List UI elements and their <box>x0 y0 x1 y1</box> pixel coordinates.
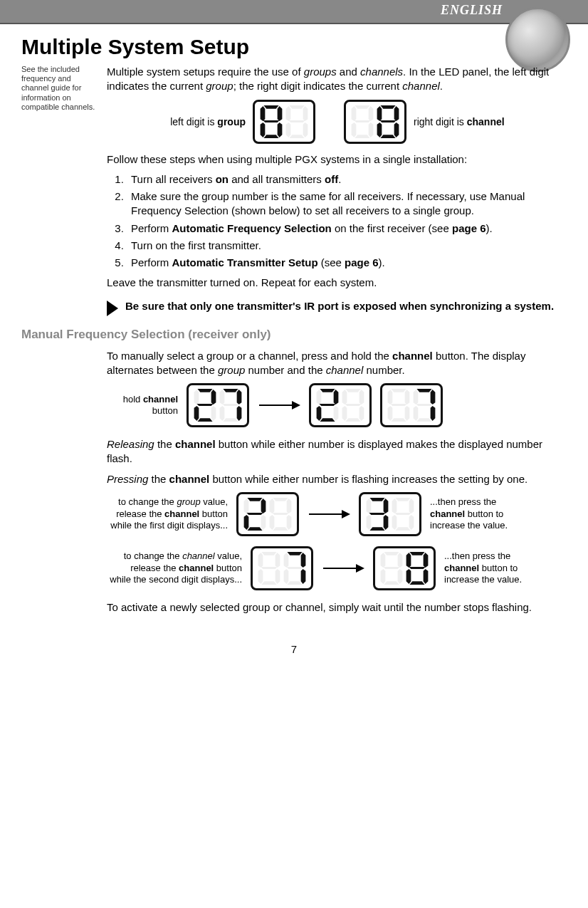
svg-marker-120 <box>284 569 289 584</box>
digit-8-icon <box>259 104 283 140</box>
svg-marker-134 <box>424 569 429 584</box>
svg-marker-62 <box>342 406 347 421</box>
svg-marker-98 <box>369 527 384 531</box>
press-text: Pressing the channel button while either… <box>107 472 560 486</box>
lcd-3blank <box>359 492 421 536</box>
svg-marker-111 <box>275 569 280 584</box>
svg-marker-107 <box>392 499 397 513</box>
svg-marker-17 <box>289 135 304 138</box>
svg-marker-109 <box>261 552 276 555</box>
svg-marker-124 <box>356 564 364 573</box>
svg-marker-21 <box>355 105 369 108</box>
svg-marker-37 <box>211 406 216 421</box>
lcd-27 <box>187 383 249 427</box>
svg-marker-129 <box>381 569 386 584</box>
svg-marker-51 <box>320 389 335 392</box>
arrow-right-icon <box>322 561 364 575</box>
svg-marker-103 <box>409 499 414 513</box>
svg-marker-19 <box>286 105 291 120</box>
svg-marker-42 <box>223 389 238 392</box>
svg-marker-56 <box>317 390 322 405</box>
svg-marker-101 <box>369 513 385 515</box>
svg-marker-25 <box>352 122 357 137</box>
svg-marker-57 <box>319 404 335 406</box>
hold-label: hold channel button <box>107 394 178 417</box>
svg-marker-95 <box>369 498 384 501</box>
svg-marker-108 <box>394 513 411 515</box>
lcd-blank8 <box>373 546 436 590</box>
svg-marker-41 <box>196 404 213 406</box>
svg-marker-102 <box>395 498 410 501</box>
svg-marker-33 <box>377 105 382 120</box>
arrow-right-icon <box>258 398 300 412</box>
list-item: Perform Automatic Transmitter Setup (see… <box>127 256 560 270</box>
svg-marker-22 <box>369 105 374 120</box>
svg-marker-82 <box>247 527 262 531</box>
svg-marker-8 <box>278 105 283 120</box>
svg-marker-48 <box>222 404 238 406</box>
svg-marker-100 <box>367 499 372 513</box>
svg-marker-119 <box>287 581 302 585</box>
svg-marker-34 <box>379 120 396 122</box>
list-item: Turn on the first transmitter. <box>127 239 560 253</box>
channel-change-right-label: ...then press the channel button to incr… <box>444 550 537 585</box>
svg-marker-23 <box>369 122 374 137</box>
steps-list: Turn all receivers on and all transmitte… <box>127 172 560 271</box>
svg-marker-97 <box>384 515 389 530</box>
warning-triangle-icon <box>107 301 118 316</box>
svg-marker-92 <box>272 513 288 515</box>
svg-marker-86 <box>273 498 288 501</box>
svg-marker-99 <box>367 515 372 530</box>
svg-marker-47 <box>220 390 225 405</box>
svg-marker-88 <box>287 515 292 530</box>
svg-marker-32 <box>377 122 382 137</box>
header-bar: ENGLISH <box>0 0 588 24</box>
svg-marker-78 <box>416 404 432 406</box>
svg-marker-29 <box>394 105 399 120</box>
list-item: Turn all receivers on and all transmitte… <box>127 172 560 187</box>
svg-marker-15 <box>303 105 308 120</box>
svg-marker-70 <box>388 390 393 405</box>
svg-marker-137 <box>406 553 411 568</box>
svg-marker-112 <box>261 581 276 585</box>
lcd-2blank <box>236 492 299 536</box>
svg-marker-83 <box>244 515 249 530</box>
lcd-group <box>253 100 315 144</box>
svg-marker-117 <box>301 553 306 568</box>
svg-marker-69 <box>388 406 393 421</box>
lcd-blank7 <box>251 546 313 590</box>
svg-marker-13 <box>263 120 279 122</box>
svg-marker-26 <box>352 105 357 120</box>
svg-marker-50 <box>292 401 300 409</box>
svg-marker-66 <box>405 390 410 405</box>
svg-marker-55 <box>317 406 322 421</box>
svg-marker-58 <box>345 389 360 392</box>
svg-marker-18 <box>286 122 291 137</box>
svg-marker-138 <box>409 567 425 569</box>
svg-marker-36 <box>211 390 216 405</box>
leave-text: Leave the transmitter turned on. Repeat … <box>107 276 560 290</box>
lcd-blank7 <box>380 383 443 427</box>
svg-marker-114 <box>258 553 263 568</box>
channel-change-left-label: to change the channel value, release the… <box>107 550 242 585</box>
svg-marker-131 <box>383 567 399 569</box>
svg-marker-94 <box>342 510 350 518</box>
lcd-channel <box>344 100 406 144</box>
svg-marker-79 <box>247 498 262 501</box>
svg-marker-122 <box>286 567 303 569</box>
svg-marker-116 <box>287 552 302 555</box>
svg-marker-40 <box>194 390 199 405</box>
svg-marker-104 <box>409 515 414 530</box>
intro-paragraph: Multiple system setups require the use o… <box>107 65 560 94</box>
svg-marker-80 <box>261 499 266 513</box>
svg-marker-53 <box>334 406 339 421</box>
svg-marker-105 <box>395 527 410 531</box>
svg-marker-14 <box>289 105 304 108</box>
svg-marker-73 <box>431 390 436 405</box>
warning-text: Be sure that only one transmitter's IR p… <box>125 299 554 313</box>
svg-marker-136 <box>406 569 411 584</box>
page-title: Multiple System Setup <box>21 35 560 59</box>
svg-marker-7 <box>263 105 278 108</box>
svg-marker-126 <box>398 553 403 568</box>
svg-marker-52 <box>334 390 339 405</box>
